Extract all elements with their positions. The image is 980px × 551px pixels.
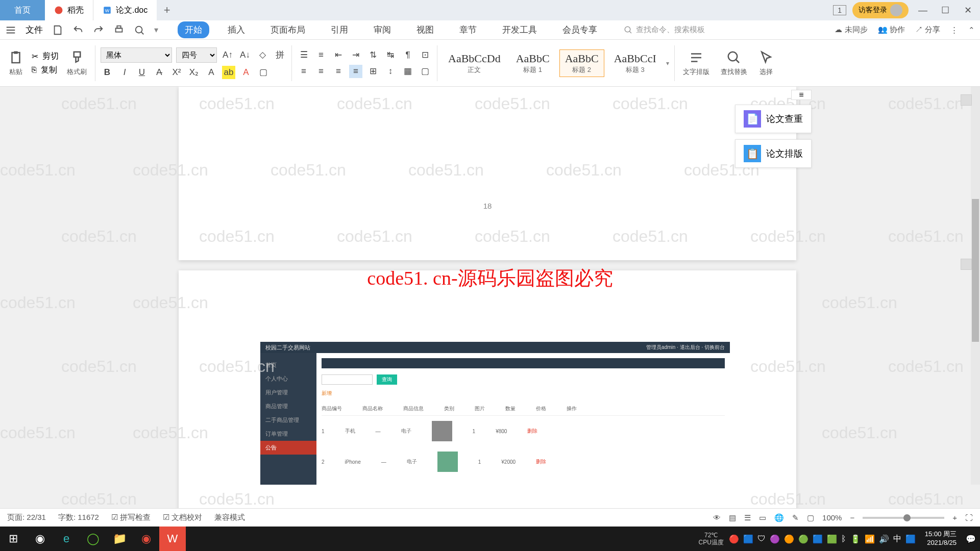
shrink-font-icon[interactable]: A↓ xyxy=(238,48,252,62)
menu-view[interactable]: 视图 xyxy=(409,21,441,38)
show-marks-button[interactable]: ⊡ xyxy=(419,48,432,62)
indent-left-button[interactable]: ⇤ xyxy=(332,48,345,62)
ime-indicator[interactable]: 中 xyxy=(893,534,901,544)
cut-button[interactable]: ✂剪切 xyxy=(32,51,59,62)
char-border-button[interactable]: ▢ xyxy=(257,66,270,79)
subscript-button[interactable]: X₂ xyxy=(187,66,201,79)
fullscreen-icon[interactable]: ⛶ xyxy=(965,513,973,522)
number-list-button[interactable]: ≡ xyxy=(314,48,328,62)
share-button[interactable]: ↗ 分享 xyxy=(915,25,940,35)
sync-status[interactable]: ☁ 未同步 xyxy=(835,25,867,35)
ie-icon[interactable]: e xyxy=(53,527,80,551)
scroll-thumb[interactable] xyxy=(972,199,979,342)
window-count-badge[interactable]: 1 xyxy=(833,5,846,15)
guest-login-button[interactable]: 访客登录 xyxy=(852,2,909,18)
paper-format-button[interactable]: 📋 论文排版 xyxy=(735,139,812,168)
style-normal[interactable]: AaBbCcDd正文 xyxy=(443,49,506,77)
paper-check-button[interactable]: 📄 论文查重 xyxy=(735,105,812,133)
font-color-button[interactable]: A xyxy=(239,66,253,79)
browser-icon[interactable]: ◯ xyxy=(80,527,106,551)
zoom-value[interactable]: 100% xyxy=(822,513,842,522)
strikethrough-button[interactable]: A̶ xyxy=(153,66,166,79)
align-left-button[interactable]: ≡ xyxy=(297,65,310,78)
tray-icon[interactable]: 🟦 xyxy=(905,534,916,544)
word-count[interactable]: 字数: 11672 xyxy=(58,513,99,522)
cpu-widget[interactable]: 72℃ CPU温度 xyxy=(698,532,723,546)
tray-icon[interactable]: 🟦 xyxy=(743,534,753,544)
italic-button[interactable]: I xyxy=(118,66,131,79)
styles-more-icon[interactable]: ▾ xyxy=(666,60,669,67)
new-tab-button[interactable]: + xyxy=(157,4,177,17)
tray-icon[interactable]: 🛡 xyxy=(757,534,766,543)
paste-group[interactable]: 粘贴 xyxy=(5,50,27,77)
find-replace-button[interactable]: 查找替换 xyxy=(718,50,750,77)
battery-icon[interactable]: 🔋 xyxy=(850,534,861,544)
collapse-ribbon-icon[interactable]: ⌃ xyxy=(968,26,975,35)
bluetooth-icon[interactable]: ᛒ xyxy=(841,534,846,543)
eye-icon[interactable]: 👁 xyxy=(713,513,721,522)
format-painter[interactable]: 格式刷 xyxy=(64,50,90,77)
shading-button[interactable]: ▦ xyxy=(401,65,414,78)
command-search[interactable]: 查找命令、搜索模板 xyxy=(624,25,705,35)
start-button[interactable]: ⊞ xyxy=(0,527,27,551)
volume-icon[interactable]: 🔊 xyxy=(879,534,889,544)
vertical-scrollbar[interactable] xyxy=(971,87,980,485)
menu-icon[interactable] xyxy=(5,24,16,36)
menu-insert[interactable]: 插入 xyxy=(220,21,252,38)
sort-button[interactable]: ⇅ xyxy=(366,48,380,62)
borders-button[interactable]: ▢ xyxy=(419,65,432,78)
menu-start[interactable]: 开始 xyxy=(178,21,209,38)
tray-icon[interactable]: 🟩 xyxy=(827,534,837,544)
web-view-icon[interactable]: 🌐 xyxy=(774,513,784,522)
font-family-select[interactable]: 黑体 xyxy=(101,47,172,63)
edit-icon[interactable]: ✎ xyxy=(792,513,799,522)
style-heading2[interactable]: AaBbC标题 2 xyxy=(559,49,604,77)
menu-member[interactable]: 会员专享 xyxy=(555,21,604,38)
collapse-handle[interactable]: ≡ xyxy=(791,90,812,100)
close-button[interactable]: ✕ xyxy=(960,2,976,18)
redo-icon[interactable] xyxy=(93,24,104,36)
clear-format-icon[interactable]: ◇ xyxy=(256,48,269,62)
tray-icon[interactable]: 🟣 xyxy=(770,534,780,544)
wifi-icon[interactable]: 📶 xyxy=(865,534,875,544)
distribute-button[interactable]: ⊞ xyxy=(366,65,380,78)
more-icon[interactable]: ⋮ xyxy=(950,26,958,35)
tab-button[interactable]: ↹ xyxy=(384,48,397,62)
page-18[interactable]: 18 xyxy=(179,87,796,260)
text-effect-button[interactable]: A xyxy=(205,66,218,79)
read-view-icon[interactable]: ▭ xyxy=(759,513,766,522)
style-heading3[interactable]: AaBbCcI标题 3 xyxy=(608,49,662,77)
align-right-button[interactable]: ≡ xyxy=(332,65,345,78)
sidebar-tool-icon[interactable] xyxy=(961,94,972,106)
phonetic-icon[interactable]: 拼 xyxy=(273,48,286,62)
underline-button[interactable]: U xyxy=(135,66,149,79)
minimize-button[interactable]: — xyxy=(915,2,931,18)
indent-right-button[interactable]: ⇥ xyxy=(349,48,362,62)
file-menu[interactable]: 文件 xyxy=(26,24,43,36)
menu-layout[interactable]: 页面布局 xyxy=(263,21,312,38)
page-19[interactable]: 校园二手交易网站 管理员admin · 退出后台 · 切换前台 首页 个人中心 … xyxy=(179,270,796,520)
bold-button[interactable]: B xyxy=(101,66,114,79)
text-layout-button[interactable]: 文字排版 xyxy=(680,50,713,77)
notifications-icon[interactable]: 💬 xyxy=(966,534,976,544)
outline-view-icon[interactable]: ☰ xyxy=(744,513,751,522)
app-icon[interactable]: ◉ xyxy=(133,527,159,551)
zoom-slider[interactable] xyxy=(863,517,944,519)
fit-icon[interactable]: ▢ xyxy=(807,513,814,522)
collab-button[interactable]: 👥 协作 xyxy=(878,25,905,35)
para-button[interactable]: ¶ xyxy=(401,48,414,62)
tray-icon[interactable]: 🟢 xyxy=(798,534,808,544)
page-view-icon[interactable]: ▤ xyxy=(729,513,736,522)
align-justify-button[interactable]: ≡ xyxy=(349,65,362,78)
bullet-list-button[interactable]: ☰ xyxy=(297,48,310,62)
print-icon[interactable] xyxy=(113,24,125,36)
select-button[interactable]: 选择 xyxy=(755,50,777,77)
zoom-out-button[interactable]: − xyxy=(850,513,854,522)
style-heading1[interactable]: AaBbC标题 1 xyxy=(510,49,555,77)
align-center-button[interactable]: ≡ xyxy=(314,65,328,78)
spell-check[interactable]: ☑ 拼写检查 xyxy=(111,513,151,522)
wps-icon[interactable]: W xyxy=(159,527,186,551)
grow-font-icon[interactable]: A↑ xyxy=(221,48,234,62)
tab-document[interactable]: W 论文.doc xyxy=(93,0,157,20)
maximize-button[interactable]: ☐ xyxy=(937,2,953,18)
